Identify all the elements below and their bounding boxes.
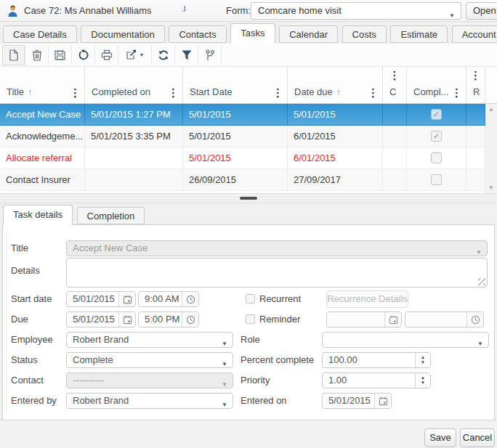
completed-checkbox[interactable]	[431, 174, 442, 185]
spinner-up-icon[interactable]: ▲	[421, 355, 425, 360]
export-icon	[126, 49, 137, 60]
save-button[interactable]: Save	[424, 428, 456, 447]
completed-checkbox[interactable]: ✓	[431, 109, 442, 120]
tab-account[interactable]: Account	[452, 25, 497, 43]
form-select[interactable]: Comcare home visit ▼	[251, 2, 461, 20]
cell-date-due: 27/09/2017	[288, 169, 383, 190]
calendar-picker-button[interactable]	[118, 312, 135, 327]
entered-by-value: Robert Brand	[73, 395, 129, 406]
cell-completed-on: 5/01/2015 1:27 PM	[85, 104, 183, 125]
time-picker-button[interactable]	[182, 292, 198, 306]
entered-by-dropdown[interactable]: Robert Brand ▼	[66, 393, 233, 409]
spinner-buttons[interactable]: ▲ ▼	[415, 373, 430, 388]
tab-costs[interactable]: Costs	[342, 25, 387, 43]
cell-completed-on	[85, 169, 183, 190]
column-menu-icon[interactable]: ⋮	[368, 88, 379, 98]
panel-splitter[interactable]	[0, 193, 497, 203]
recurrent-checkbox[interactable]	[246, 294, 255, 304]
column-label: Date due	[294, 86, 333, 97]
form-label: Form:	[226, 5, 251, 16]
column-menu-icon[interactable]: ⋮	[470, 70, 481, 81]
cell-completed: ✓	[407, 126, 466, 147]
due-date-value: 5/01/2015	[73, 314, 115, 325]
column-menu-icon[interactable]: ⋮	[70, 88, 81, 98]
resize-grip-icon[interactable]	[478, 278, 485, 285]
table-row[interactable]: Allocate referral 5/01/2015 6/01/2015	[0, 147, 497, 169]
tab-completion[interactable]: Completion	[77, 207, 145, 224]
start-date-value: 5/01/2015	[73, 293, 115, 304]
export-button[interactable]: ▼	[118, 45, 152, 65]
tab-tasks[interactable]: Tasks	[230, 23, 275, 44]
table-row[interactable]: Contact Insurer 26/09/2015 27/09/2017	[0, 169, 497, 191]
filter-button[interactable]	[175, 45, 198, 65]
cancel-button[interactable]: Cancel	[460, 428, 495, 447]
chevron-down-icon: ▼	[477, 337, 483, 348]
entered-on-date-input[interactable]: 5/01/2015	[322, 393, 392, 409]
print-button[interactable]	[95, 45, 118, 65]
column-header-start-date[interactable]: Start Date ⋮	[183, 67, 288, 103]
cell-start-date: 5/01/2015	[183, 126, 288, 147]
chevron-down-icon: ▼	[476, 245, 482, 256]
cell-title: Contact Insurer	[0, 169, 85, 190]
completed-checkbox[interactable]	[431, 152, 442, 163]
tab-task-details[interactable]: Task details	[3, 205, 73, 225]
workflow-button[interactable]	[198, 45, 222, 65]
priority-stepper[interactable]: 1.00 ▲ ▼	[322, 372, 431, 388]
spinner-down-icon[interactable]: ▼	[421, 380, 425, 386]
percent-complete-stepper[interactable]: 100.00 ▲ ▼	[322, 352, 431, 368]
time-picker-button[interactable]	[182, 312, 198, 327]
tab-estimate[interactable]: Estimate	[390, 25, 448, 43]
due-time-input[interactable]: 5:00 PM	[138, 311, 199, 327]
column-header-c[interactable]: ⋮ C	[383, 67, 407, 103]
splitter-grip-icon[interactable]	[240, 197, 257, 200]
reminder-checkbox[interactable]	[246, 314, 255, 324]
details-textarea[interactable]	[66, 258, 488, 288]
spinner-up-icon[interactable]: ▲	[421, 375, 425, 380]
open-button[interactable]: Open	[466, 2, 497, 20]
table-row[interactable]: Accept New Case 5/01/2015 1:27 PM 5/01/2…	[0, 104, 497, 126]
status-value: Complete	[73, 354, 113, 365]
vertical-scrollbar[interactable]: ▲ ▼	[485, 104, 497, 193]
scroll-up-icon[interactable]: ▲	[488, 106, 494, 113]
table-row[interactable]: Acknowledgeme... 5/01/2015 3:35 PM 5/01/…	[0, 126, 497, 147]
tab-contacts[interactable]: Contacts	[169, 25, 226, 43]
calendar-picker-button[interactable]	[118, 292, 135, 306]
reminder-date-input	[326, 311, 402, 327]
tab-case-details[interactable]: Case Details	[3, 25, 77, 43]
refresh-button[interactable]	[152, 45, 175, 65]
start-date-label: Start date	[11, 291, 52, 307]
tasks-grid: Title↑ ⋮ Completed on ⋮ Start Date ⋮ Dat…	[0, 67, 497, 193]
start-time-input[interactable]: 9:00 AM	[138, 291, 199, 307]
save-task-button[interactable]	[49, 45, 72, 65]
column-menu-icon[interactable]: ⋮	[272, 88, 283, 98]
column-menu-icon[interactable]: ⋮	[168, 88, 179, 98]
employee-label: Employee	[11, 332, 53, 348]
column-header-title[interactable]: Title↑ ⋮	[0, 67, 85, 103]
cell-date-due: 6/01/2015	[288, 126, 383, 147]
column-menu-icon[interactable]: ⋮	[451, 88, 462, 98]
completed-checkbox[interactable]: ✓	[431, 131, 442, 142]
column-header-completed[interactable]: Compl... ⋮	[407, 67, 466, 103]
cell-c	[383, 104, 407, 125]
employee-dropdown[interactable]: Robert Brand ▼	[66, 332, 233, 348]
calendar-picker-button[interactable]	[374, 394, 391, 408]
status-dropdown[interactable]: Complete ▼	[66, 352, 233, 368]
tab-documentation[interactable]: Documentation	[81, 25, 164, 43]
column-header-date-due[interactable]: Date due↑ ⋮	[288, 67, 383, 103]
spinner-down-icon[interactable]: ▼	[421, 360, 425, 365]
new-task-button[interactable]	[2, 45, 25, 65]
tab-calendar[interactable]: Calendar	[279, 25, 338, 43]
role-dropdown[interactable]: ▼	[322, 332, 489, 348]
scroll-down-icon[interactable]: ▼	[488, 184, 494, 191]
start-date-input[interactable]: 5/01/2015	[66, 291, 136, 307]
undo-button[interactable]	[72, 45, 95, 65]
case-window: Case 72: Ms Annabel Williams .l Form: Co…	[0, 0, 497, 448]
column-menu-icon[interactable]: ⋮	[389, 70, 400, 81]
title-value: Accept New Case	[73, 243, 148, 253]
person-icon	[7, 4, 19, 17]
delete-task-button[interactable]	[25, 45, 49, 65]
column-header-r[interactable]: ⋮ R	[466, 67, 485, 103]
due-date-input[interactable]: 5/01/2015	[66, 311, 136, 327]
spinner-buttons[interactable]: ▲ ▼	[415, 353, 430, 367]
column-header-completed-on[interactable]: Completed on ⋮	[85, 67, 183, 103]
